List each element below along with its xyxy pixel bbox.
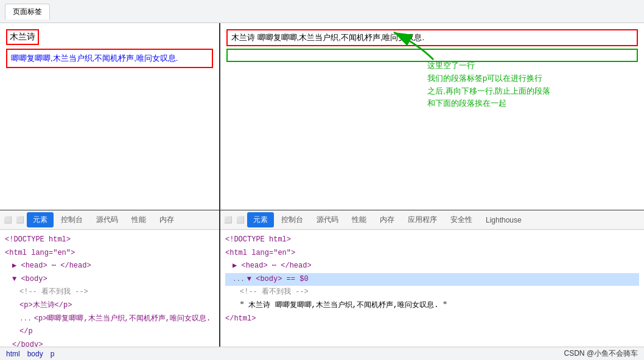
devtools-icon-2[interactable]: ⬜ (15, 215, 26, 226)
browser-tab[interactable]: 页面标签 (5, 4, 50, 19)
left-content: 唧唧复唧唧,木兰当户织,不闻机杼声,唯问女叹息. (6, 49, 213, 68)
status-tag-html[interactable]: html (6, 350, 20, 358)
tab-application-right[interactable]: 应用程序 (402, 212, 443, 227)
devtools-right-icon-2[interactable]: ⬜ (235, 215, 246, 226)
devtools-right-tabs: ⬜ ⬜ 元素 控制台 源代码 性能 内存 应用程序 安全性 Lighthouse (220, 210, 644, 230)
devtools-right-icon-1[interactable]: ⬜ (223, 215, 234, 226)
tab-elements-left[interactable]: 元素 (27, 212, 54, 227)
devtools-left-content: <!DOCTYPE html> <html lang="en"> ▶ <head… (0, 230, 219, 360)
left-preview-panel: 木兰诗 唧唧复唧唧,木兰当户织,不闻机杼声,唯问女叹息. (0, 23, 220, 210)
r-code-line-7: </html> (225, 313, 639, 326)
code-line-1: <!DOCTYPE html> (5, 234, 214, 247)
devtools-area: ⬜ ⬜ 元素 控制台 源代码 性能 内存 <!DOCTYPE html> <ht… (0, 210, 644, 347)
content-area: 木兰诗 唧唧复唧唧,木兰当户织,不闻机杼声,唯问女叹息. 木兰诗 唧唧复唧唧,木… (0, 23, 644, 210)
devtools-right-content: <!DOCTYPE html> <html lang="en"> ▶ <head… (220, 230, 644, 329)
right-preview-panel: 木兰诗 唧唧复唧唧,木兰当户织,不闻机杼声,唯问女叹息. 这里空了一行 我们的段… (220, 23, 644, 210)
tab-source-right[interactable]: 源代码 (310, 212, 345, 227)
left-title: 木兰诗 (6, 29, 39, 45)
tab-console-left[interactable]: 控制台 (55, 212, 89, 227)
status-bar: html body p CSDN @小鱼不会骑车 (0, 347, 644, 360)
status-tag-p[interactable]: p (51, 350, 55, 358)
annotation-arrow (388, 26, 436, 63)
tab-security-right[interactable]: 安全性 (444, 212, 478, 227)
tab-elements-right[interactable]: 元素 (247, 212, 274, 227)
code-line-2: <html lang="en"> (5, 247, 214, 260)
r-code-line-1: <!DOCTYPE html> (225, 234, 639, 247)
tab-source-left[interactable]: 源代码 (90, 212, 124, 227)
tab-memory-left[interactable]: 内存 (153, 212, 180, 227)
devtools-icon-1[interactable]: ⬜ (2, 215, 13, 226)
annotation-text: 这里空了一行 我们的段落标签p可以在进行换行 之后,再向下移一行,防止上面的段落… (427, 60, 550, 110)
tab-memory-right[interactable]: 内存 (374, 212, 401, 227)
r-code-line-2: <html lang="en"> (225, 247, 639, 260)
r-code-line-4: ...▼ <body> == $0 (225, 273, 639, 286)
tab-performance-right[interactable]: 性能 (346, 212, 373, 227)
status-bar-watermark: CSDN @小鱼不会骑车 (564, 348, 638, 359)
r-code-line-3: ▶ <head> ⋯ </head> (225, 260, 639, 273)
annotation-container: 这里空了一行 我们的段落标签p可以在进行换行 之后,再向下移一行,防止上面的段落… (427, 54, 550, 110)
status-tag-body[interactable]: body (27, 350, 43, 358)
browser-bar: 页面标签 (0, 0, 644, 23)
tab-lighthouse-right[interactable]: Lighthouse (480, 213, 528, 227)
r-code-line-5: <!-- 看不到我 --> (225, 286, 639, 299)
r-code-line-6: " 木兰诗 唧唧复唧唧,木兰当户织,不闻机杼声,唯问女叹息. " (225, 299, 639, 313)
status-bar-left: html body p (6, 350, 54, 358)
tab-performance-left[interactable]: 性能 (125, 212, 152, 227)
code-line-5: <!-- 看不到我 --> (5, 286, 214, 299)
tab-console-right[interactable]: 控制台 (275, 212, 309, 227)
code-line-7: ...<p>唧唧复唧唧,木兰当户织,不闻机杼声,唯问女叹息.</p (5, 313, 214, 339)
devtools-left-panel: ⬜ ⬜ 元素 控制台 源代码 性能 内存 <!DOCTYPE html> <ht… (0, 210, 220, 347)
code-line-3: ▶ <head> ⋯ </head> (5, 260, 214, 273)
devtools-right-panel: ⬜ ⬜ 元素 控制台 源代码 性能 内存 应用程序 安全性 Lighthouse… (220, 210, 644, 347)
code-line-4: ▼ <body> (5, 273, 214, 286)
devtools-left-tabs: ⬜ ⬜ 元素 控制台 源代码 性能 内存 (0, 210, 219, 230)
code-line-6: <p>木兰诗</p> (5, 299, 214, 313)
